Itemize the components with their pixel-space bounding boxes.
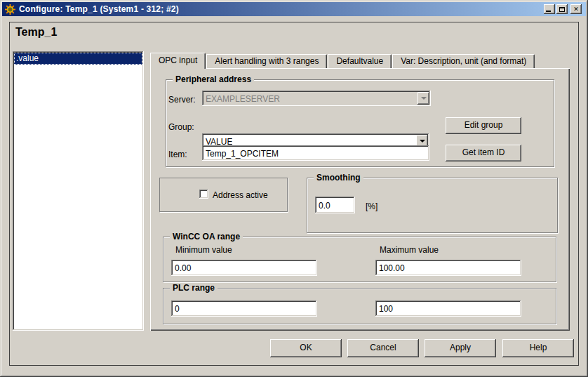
- configure-dialog: Configure: Temp_1 (System1 - 312; #2) ✕ …: [0, 0, 588, 377]
- maximize-button[interactable]: [556, 4, 568, 14]
- minimize-button[interactable]: [544, 4, 555, 14]
- maximize-icon: [559, 7, 565, 12]
- server-label: Server:: [168, 95, 196, 105]
- maximum-value-label: Maximum value: [380, 245, 439, 255]
- datapoint-title: Temp_1: [15, 26, 57, 39]
- tab-alert-handling[interactable]: Alert handling with 3 ranges: [206, 54, 327, 68]
- window-title: Configure: Temp_1 (System1 - 312; #2): [19, 4, 179, 14]
- server-dropdown-button: [417, 92, 429, 105]
- server-value: EXAMPLESERVER: [206, 94, 280, 103]
- chevron-down-icon: [420, 140, 425, 145]
- help-button[interactable]: Help: [502, 339, 574, 357]
- smoothing-input[interactable]: [315, 197, 355, 213]
- smoothing-group-label: Smoothing: [314, 173, 363, 183]
- wincc-oa-range-group-label: WinCC OA range: [170, 232, 243, 242]
- server-combobox: EXAMPLESERVER: [202, 91, 431, 106]
- chevron-down-icon: [421, 97, 427, 102]
- ok-button[interactable]: OK: [270, 339, 342, 357]
- plc-maximum-input[interactable]: [375, 300, 521, 317]
- list-item-value[interactable]: .value: [14, 53, 142, 65]
- maximum-value-input[interactable]: [375, 260, 521, 276]
- group-value: VALUE: [206, 137, 232, 146]
- tab-defaultvalue[interactable]: Defaultvalue: [328, 54, 392, 68]
- cancel-button[interactable]: Cancel: [347, 339, 419, 357]
- address-active-label: Address active: [213, 190, 268, 200]
- tabstrip: OPC input Alert handling with 3 ranges D…: [150, 53, 535, 69]
- address-active-checkbox[interactable]: [199, 190, 208, 199]
- titlebar[interactable]: Configure: Temp_1 (System1 - 312; #2) ✕: [2, 2, 586, 16]
- item-label: Item:: [168, 150, 187, 159]
- plc-range-group-label: PLC range: [170, 283, 218, 293]
- tab-opc-input[interactable]: OPC input: [150, 53, 206, 69]
- edit-group-button[interactable]: Edit group: [446, 117, 521, 134]
- get-item-id-button[interactable]: Get item ID: [446, 145, 521, 161]
- close-icon: ✕: [573, 6, 579, 13]
- tab-var-description[interactable]: Var: Description, unit (and format): [392, 54, 535, 68]
- group-label: Group:: [168, 122, 194, 132]
- item-input[interactable]: [202, 145, 429, 161]
- wincc-oa-gear-icon: [5, 4, 15, 15]
- element-listbox[interactable]: .value: [13, 51, 144, 331]
- peripheral-address-group-label: Peripheral address: [173, 74, 254, 85]
- apply-button[interactable]: Apply: [425, 339, 496, 357]
- minimum-value-label: Minimum value: [175, 245, 232, 255]
- smoothing-unit-label: [%]: [366, 201, 377, 211]
- minimum-value-input[interactable]: [171, 260, 317, 276]
- minimize-icon: [546, 11, 551, 12]
- plc-minimum-input[interactable]: [171, 300, 317, 317]
- close-button[interactable]: ✕: [570, 4, 582, 14]
